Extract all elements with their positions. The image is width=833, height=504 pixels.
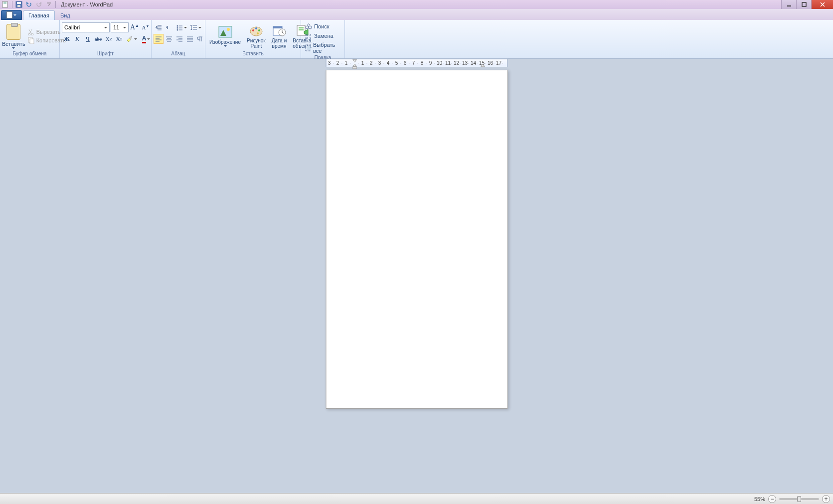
highlight-icon [126, 35, 133, 42]
svg-point-20 [255, 27, 257, 29]
title-separator [55, 1, 56, 8]
document-page[interactable] [326, 70, 507, 409]
svg-point-17 [227, 28, 230, 31]
svg-text:ac: ac [305, 36, 308, 39]
insert-paint-button[interactable]: Рисунок Paint [245, 22, 268, 50]
zoom-out-button[interactable]: − [768, 495, 776, 503]
zoom-in-button[interactable]: + [822, 495, 830, 503]
document-icon [6, 11, 12, 18]
paste-button[interactable]: Вставить [2, 23, 25, 49]
replace-button[interactable]: abac Замена [303, 31, 335, 40]
select-all-icon [305, 44, 311, 51]
select-all-label: Выбрать все [313, 42, 340, 54]
align-left-button[interactable] [154, 34, 164, 44]
svg-rect-0 [2, 1, 7, 7]
chevron-down-icon [12, 47, 15, 49]
file-menu-button[interactable] [1, 10, 22, 20]
font-name-combo[interactable]: Calibri [62, 22, 110, 32]
copy-icon [28, 37, 35, 44]
indent-marker-bottom[interactable] [352, 64, 356, 70]
font-color-letter: A [142, 35, 147, 43]
binoculars-icon [305, 23, 312, 30]
highlight-color-button[interactable] [125, 34, 139, 44]
svg-rect-35 [307, 46, 311, 50]
wordpad-icon[interactable] [1, 0, 10, 8]
svg-point-19 [252, 29, 254, 31]
zoom-slider-thumb[interactable] [797, 496, 801, 502]
replace-icon: abac [305, 32, 312, 39]
grow-font-button[interactable]: A▲ [130, 22, 140, 32]
group-editing: Поиск abac Замена Выбрать все Правка [301, 20, 345, 58]
font-color-button[interactable]: A [139, 34, 153, 44]
quick-access-toolbar [0, 0, 54, 8]
svg-marker-37 [352, 64, 356, 67]
increase-indent-button[interactable] [164, 22, 174, 32]
select-all-button[interactable]: Выбрать все [303, 41, 342, 55]
chevron-down-icon [13, 14, 16, 16]
save-icon[interactable] [14, 0, 23, 8]
svg-rect-1 [3, 2, 6, 3]
qat-customize-icon[interactable] [44, 0, 53, 8]
chevron-down-icon [224, 45, 227, 47]
qat-separator [12, 1, 12, 8]
bold-button[interactable]: Ж [62, 34, 72, 44]
svg-marker-39 [481, 64, 485, 67]
chevron-down-icon [123, 27, 126, 28]
clipboard-icon [6, 24, 20, 40]
calendar-clock-icon [272, 23, 286, 37]
replace-label: Замена [314, 33, 333, 39]
align-center-button[interactable] [164, 34, 174, 44]
font-group-label: Шрифт [62, 51, 149, 58]
find-label: Поиск [314, 23, 329, 29]
window-controls [781, 0, 833, 9]
paragraph-dialog-button[interactable] [195, 34, 205, 44]
insert-datetime-button[interactable]: Дата и время [270, 22, 289, 50]
shrink-font-button[interactable]: A▼ [141, 22, 151, 32]
strikethrough-button[interactable]: abc [93, 34, 103, 44]
line-spacing-button[interactable] [189, 22, 203, 32]
insert-paint-label: Рисунок Paint [247, 38, 266, 49]
align-justify-button[interactable] [185, 34, 195, 44]
redo-icon[interactable] [34, 0, 43, 8]
tab-home[interactable]: Главная [23, 10, 55, 20]
group-paragraph: Абзац [152, 20, 205, 58]
bullets-button[interactable] [174, 22, 188, 32]
insert-image-button[interactable]: Изображение [207, 24, 243, 48]
font-name-value: Calibri [64, 24, 80, 30]
zoom-percentage: 55% [754, 496, 765, 502]
svg-rect-5 [17, 5, 20, 7]
decrease-indent-button[interactable] [154, 22, 164, 32]
clipboard-group-label: Буфер обмена [2, 51, 57, 58]
paste-label: Вставить [2, 41, 25, 47]
undo-icon[interactable] [24, 0, 33, 8]
underline-button[interactable]: Ч [83, 34, 93, 44]
insert-datetime-label: Дата и время [272, 38, 287, 49]
zoom-slider[interactable] [779, 498, 819, 500]
group-clipboard: Вставить Вырезать Копировать Буфер обмен… [0, 20, 60, 58]
paint-icon [249, 23, 263, 37]
close-button[interactable] [811, 0, 833, 9]
ribbon-tabs: Главная Вид [0, 9, 833, 20]
chevron-down-icon [184, 27, 187, 28]
svg-point-13 [177, 27, 178, 29]
align-right-button[interactable] [174, 34, 184, 44]
svg-point-21 [258, 29, 260, 31]
subscript-button[interactable]: X2 [104, 34, 114, 44]
italic-button[interactable]: К [72, 34, 82, 44]
tab-view[interactable]: Вид [55, 10, 76, 20]
font-size-combo[interactable]: 11 [111, 22, 129, 32]
group-font: Calibri 11 A▲ A▼ Ж К Ч abc X2 X2 [60, 20, 152, 58]
indent-marker-right[interactable] [481, 64, 485, 70]
find-button[interactable]: Поиск [303, 22, 331, 31]
svg-point-12 [177, 25, 178, 27]
insert-image-label: Изображение [209, 39, 241, 45]
superscript-button[interactable]: X2 [114, 34, 124, 44]
minimize-button[interactable] [781, 0, 796, 9]
document-workspace[interactable]: 3·2·1· ·1·2·3·4·5·6·7·8·9·10·11·12·13·14… [0, 59, 833, 493]
svg-rect-11 [30, 39, 34, 44]
svg-point-22 [257, 32, 259, 34]
chevron-down-icon [104, 27, 107, 28]
maximize-button[interactable] [796, 0, 811, 9]
window-title: Документ - WordPad [61, 1, 113, 7]
svg-point-30 [306, 26, 309, 29]
